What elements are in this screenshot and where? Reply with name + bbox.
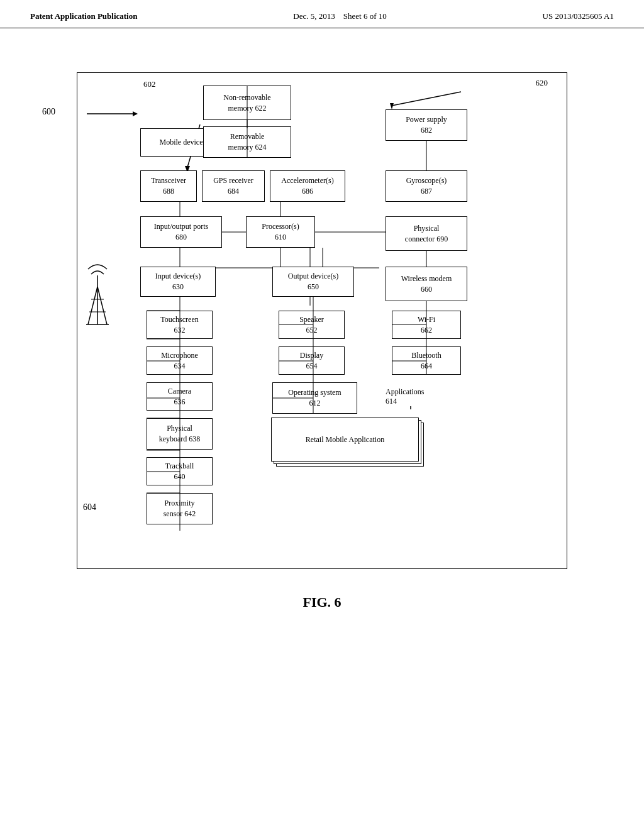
box-wifi: Wi-Fi 662 [392,311,461,339]
box-physical-connector: Physical connector 690 [386,216,467,251]
box-transceiver: Transceiver 688 [140,170,197,202]
box-gps-receiver: GPS receiver 684 [202,170,265,202]
label-600: 600 [42,107,55,117]
box-power-supply: Power supply 682 [386,109,467,141]
figure-label: FIG. 6 [303,594,341,611]
box-display: Display 654 [279,346,345,375]
box-processor: Processor(s) 610 [246,216,315,248]
box-input-devices: Input device(s) 630 [140,267,216,297]
box-microphone: Microphone 634 [147,346,213,375]
box-output-devices: Output device(s) 650 [272,267,354,297]
antenna-icon [85,255,129,331]
box-wireless-modem: Wireless modem 660 [386,267,467,301]
box-bluetooth: Bluetooth 664 [392,346,461,375]
box-accelerometers: Accelerometer(s) 686 [270,170,345,202]
header-center: Dec. 5, 2013 Sheet 6 of 10 [293,11,386,21]
page-content: 600 604 [0,28,644,623]
label-620: 620 [536,78,548,88]
box-touchscreen: Touchscreen 632 [147,311,213,339]
box-operating-system: Operating system 612 [272,382,357,414]
box-proximity-sensor: Proximity sensor 642 [147,493,213,524]
page-header: Patent Application Publication Dec. 5, 2… [0,0,644,28]
box-gyroscope: Gyroscope(s) 687 [386,170,467,202]
svg-marker-5 [390,103,394,109]
svg-marker-1 [133,111,138,116]
header-left: Patent Application Publication [30,11,137,21]
header-right: US 2013/0325605 A1 [543,11,614,21]
box-removable-memory: Removable memory 624 [203,126,291,158]
svg-line-12 [97,287,107,324]
box-io-ports: Input/output ports 680 [140,216,222,248]
box-retail-mobile-app-stack: Retail Mobile Application [271,418,419,462]
box-camera: Camera 636 [147,382,213,411]
label-applications: Applications 614 [386,387,424,406]
svg-line-11 [88,287,97,324]
box-non-removable-memory: Non-removable memory 622 [203,86,291,120]
label-602: 602 [143,79,156,89]
box-physical-keyboard: Physical keyboard 638 [147,418,213,450]
box-trackball: Trackball 640 [147,457,213,485]
box-speaker: Speaker 652 [279,311,345,339]
svg-line-4 [392,92,461,106]
